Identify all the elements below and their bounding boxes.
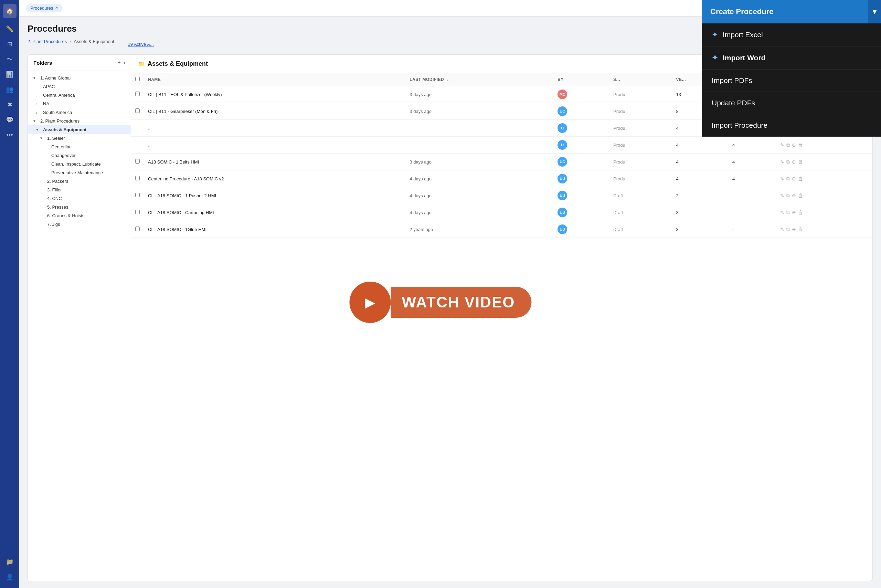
nav-icon-chat[interactable]: 💬 — [3, 113, 16, 127]
folder-item-south-america[interactable]: › South America — [28, 108, 131, 117]
copy-icon[interactable]: ⧉ — [787, 142, 790, 148]
row-name[interactable]: CL - A18 SOMIC - 1 Pusher 2 HMI — [144, 187, 405, 204]
edit-icon[interactable]: ✎ — [780, 210, 784, 215]
folder-icon: 📁 — [138, 61, 145, 67]
nav-icon-signals[interactable]: 〜 — [3, 52, 16, 66]
row-checkbox[interactable] — [135, 193, 140, 197]
row-name[interactable]: A18 SOMIC - 1 Belts HMI — [144, 153, 405, 170]
delete-icon[interactable]: 🗑 — [798, 226, 803, 232]
row-checkbox[interactable] — [135, 92, 140, 96]
select-all-checkbox[interactable] — [135, 77, 140, 81]
folder-item-sealer[interactable]: ▾ 1. Sealer — [28, 134, 131, 142]
nav-icon-home[interactable]: 🏠 — [3, 4, 16, 18]
create-procedure-button[interactable]: Create Procedure ▾ — [702, 0, 881, 23]
copy-icon[interactable]: ⧉ — [787, 159, 790, 165]
edit-icon[interactable]: ✎ — [780, 226, 784, 232]
folder-item-plant-procedures[interactable]: ▾ 2. Plant Procedures — [28, 117, 131, 125]
folder-sidebar: Folders + ‹ ▾ 1. Acme Global APAC — [28, 55, 131, 581]
copy-icon[interactable]: ⧉ — [787, 193, 790, 199]
copy-icon[interactable]: ⧉ — [787, 226, 790, 232]
move-icon[interactable]: ⊕ — [792, 176, 796, 182]
folder-item-centerline[interactable]: Centerline — [28, 142, 131, 151]
move-icon[interactable]: ⊕ — [792, 159, 796, 165]
move-icon[interactable]: ⊕ — [792, 193, 796, 198]
edit-icon[interactable]: ✎ — [780, 193, 784, 198]
nav-icon-edit[interactable]: ✏️ — [3, 22, 16, 36]
row-checkbox[interactable] — [135, 108, 140, 113]
nav-icon-users[interactable]: 👥 — [3, 82, 16, 96]
folder-item-assets-equipment[interactable]: ▾ Assets & Equipment — [28, 125, 131, 134]
delete-icon[interactable]: 🗑 — [798, 159, 803, 165]
folder-name: 2. Plant Procedures — [40, 118, 127, 124]
row-checkbox[interactable] — [135, 210, 140, 214]
delete-icon[interactable]: 🗑 — [798, 210, 803, 215]
nav-icon-files[interactable]: 📁 — [3, 555, 16, 569]
nav-icon-grid[interactable]: ⊞ — [3, 37, 16, 51]
th-last-modified[interactable]: LAST MODIFIED ↓ — [405, 74, 553, 86]
row-name[interactable]: ... — [144, 120, 405, 136]
edit-icon[interactable]: ✎ — [780, 142, 784, 148]
delete-icon[interactable]: 🗑 — [798, 176, 803, 182]
row-modified — [405, 136, 553, 153]
row-checkbox[interactable] — [135, 226, 140, 231]
copy-icon[interactable]: ⧉ — [787, 176, 790, 182]
row-name[interactable]: CL - A18 SOMIC - 1Glue HMI — [144, 221, 405, 238]
delete-icon[interactable]: 🗑 — [798, 193, 803, 198]
collapse-folder-icon[interactable]: ‹ — [124, 60, 125, 66]
row-checkbox[interactable] — [135, 159, 140, 164]
nav-icon-reports[interactable]: 📊 — [3, 68, 16, 81]
import-procedure-item[interactable]: Import Procedure — [702, 114, 881, 136]
import-word-item[interactable]: ✦ Import Word — [702, 46, 881, 69]
nav-icon-tools[interactable]: ✖ — [3, 98, 16, 111]
row-modified: 3 days ago — [405, 103, 553, 120]
folder-item-presses[interactable]: › 5. Presses — [28, 203, 131, 212]
update-pdfs-item[interactable]: Update PDFs — [702, 92, 881, 114]
row-name[interactable]: ... — [144, 136, 405, 153]
move-icon[interactable]: ⊕ — [792, 210, 796, 215]
folder-item-jigs[interactable]: 7. Jigs — [28, 220, 131, 229]
folder-name: 6. Cranes & Hoists — [47, 213, 127, 218]
row-status: Draft — [609, 187, 672, 204]
delete-icon[interactable]: 🗑 — [798, 142, 803, 148]
folder-item-packers[interactable]: › 2. Packers — [28, 177, 131, 186]
folder-item-na[interactable]: › NA — [28, 99, 131, 108]
refresh-icon[interactable]: ↻ — [55, 6, 58, 10]
move-icon[interactable]: ⊕ — [792, 226, 796, 232]
add-folder-icon[interactable]: + — [117, 60, 120, 66]
import-excel-item[interactable]: ✦ Import Excel — [702, 23, 881, 46]
nav-icon-more[interactable]: ••• — [3, 128, 16, 142]
folder-item-cranes[interactable]: 6. Cranes & Hoists — [28, 212, 131, 220]
row-checkbox[interactable] — [135, 176, 140, 180]
tab-label: Procedures — [30, 6, 53, 10]
folder-item-filler[interactable]: 3. Filler — [28, 186, 131, 194]
th-name[interactable]: NAME — [144, 74, 405, 86]
folder-item-cnc[interactable]: 4. CNC — [28, 194, 131, 203]
table-row: CL - A18 SOMIC - Cartoning HMI 4 days ag… — [131, 204, 872, 221]
row-name[interactable]: CIL | B11 - Gearpeeker (Mon & Fri) — [144, 103, 405, 120]
chevron-right-icon: › — [40, 205, 45, 209]
edit-icon[interactable]: ✎ — [780, 159, 784, 165]
import-pdfs-item[interactable]: Import PDFs — [702, 69, 881, 92]
folder-item-acme[interactable]: ▾ 1. Acme Global — [28, 74, 131, 82]
folder-name: 3. Filler — [47, 187, 127, 192]
row-name[interactable]: Centerline Procedure - A18 SOMIC v2 — [144, 170, 405, 187]
procedures-tab[interactable]: Procedures ↻ — [26, 4, 63, 12]
row-name[interactable]: CL - A18 SOMIC - Cartoning HMI — [144, 204, 405, 221]
edit-icon[interactable]: ✎ — [780, 176, 784, 182]
dropdown-chevron-icon[interactable]: ▾ — [868, 0, 881, 23]
folder-item-central-america[interactable]: › Central America — [28, 91, 131, 99]
folder-item-clean-inspect[interactable]: Clean, Inspect, Lubricate — [28, 160, 131, 168]
nav-icon-account[interactable]: 👤 — [3, 570, 16, 584]
row-status: Draft — [609, 221, 672, 238]
move-icon[interactable]: ⊕ — [792, 142, 796, 148]
folder-item-apac[interactable]: APAC — [28, 82, 131, 91]
active-count[interactable]: 19 Active A... — [128, 42, 154, 47]
folder-item-changeover[interactable]: Changeover — [28, 151, 131, 160]
folder-item-preventative[interactable]: Preventative Maintenance — [28, 168, 131, 177]
copy-icon[interactable]: ⧉ — [787, 210, 790, 216]
create-procedure-label: Create Procedure — [710, 7, 773, 16]
breadcrumb-plant-procedures[interactable]: 2. Plant Procedures — [27, 39, 67, 44]
row-modified: 2 years ago — [405, 221, 553, 238]
row-name[interactable]: CIL | B11 - EOL & Palletizer (Weekly) — [144, 86, 405, 103]
row-avatar: UC — [557, 157, 567, 166]
